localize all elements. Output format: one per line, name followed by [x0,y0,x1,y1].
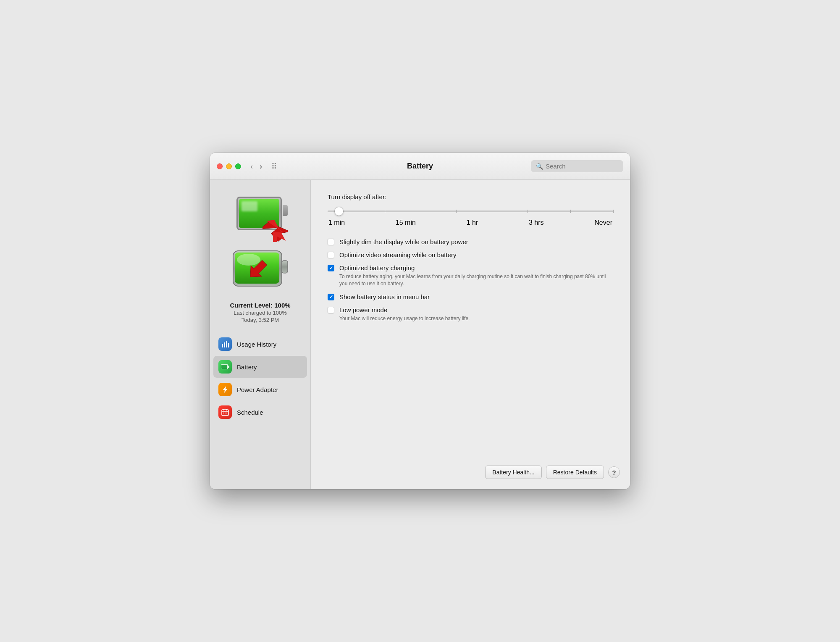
schedule-label: Schedule [237,409,263,416]
sidebar-item-power-adapter[interactable]: Power Adapter [213,379,307,400]
tick-label-never: Never [594,219,612,226]
current-level-text: Current Level: 100% [230,302,290,309]
slider-label: Turn display off after: [328,193,613,200]
sidebar-item-usage-history[interactable]: Usage History [213,333,307,355]
optimize-video-text: Optimize video streaming while on batter… [339,251,613,258]
option-show-status: Show battery status in menu bar [328,293,613,300]
svg-rect-5 [282,260,288,273]
tick-2 [456,210,457,213]
traffic-lights [217,163,241,169]
slider-thumb[interactable] [335,207,343,216]
battery-health-button[interactable]: Battery Health... [485,466,541,479]
slider-ticks: 1 min 15 min 1 hr 3 hrs Never [328,219,613,226]
maximize-button[interactable] [235,163,241,169]
sidebar: Current Level: 100% Last charged to 100%… [210,180,311,489]
options-section: Slightly dim the display while on batter… [328,238,613,322]
power-adapter-label: Power Adapter [237,386,278,393]
battery-svg [231,248,290,294]
svg-rect-10 [224,342,225,347]
tick-1 [385,210,385,213]
low-power-text: Low power mode Your Mac will reduce ener… [339,306,613,322]
tick-marks [328,210,613,212]
schedule-icon [218,405,232,419]
display-off-slider-section: Turn display off after: [328,193,613,226]
svg-rect-9 [222,344,223,347]
svg-rect-21 [223,413,224,413]
svg-point-7 [237,254,260,266]
sidebar-item-battery[interactable]: Battery [213,356,307,378]
nav-buttons: ‹ › [248,161,265,172]
grid-button[interactable]: ⠿ [268,160,280,173]
usage-history-label: Usage History [237,341,276,348]
optimize-video-label: Optimize video streaming while on batter… [339,251,613,258]
slider-rail [328,210,613,212]
last-charged-text: Last charged to 100% [234,310,286,316]
search-input[interactable] [546,163,618,170]
low-power-checkbox[interactable] [328,307,334,313]
tick-4 [570,210,571,213]
show-status-text: Show battery status in menu bar [339,293,613,300]
battery-shine [242,201,257,211]
svg-rect-15 [228,366,229,368]
dim-display-text: Slightly dim the display while on batter… [339,238,613,245]
svg-rect-23 [226,413,227,413]
svg-marker-16 [223,386,227,393]
system-preferences-window: ‹ › ⠿ Battery 🔍 [210,153,630,489]
svg-rect-14 [221,365,227,369]
battery-status-panel: Current Level: 100% Last charged to 100%… [210,188,310,333]
titlebar: ‹ › ⠿ Battery 🔍 [210,153,630,180]
svg-rect-22 [225,413,226,413]
option-optimize-video: Optimize video streaming while on batter… [328,251,613,258]
option-dim-display: Slightly dim the display while on batter… [328,238,613,245]
optimized-charging-checkbox[interactable] [328,265,334,271]
battery-icon-container [233,192,288,243]
sidebar-nav: Usage History Battery [210,333,310,423]
bottom-buttons: Battery Health... Restore Defaults ? [485,466,620,479]
tick-5 [613,210,614,213]
main-content: Turn display off after: [311,180,630,489]
battery-visual [231,248,290,296]
content-area: Current Level: 100% Last charged to 100%… [210,180,630,489]
dim-display-label: Slightly dim the display while on batter… [339,238,613,245]
tick-3 [528,210,528,213]
tick-label-15min: 15 min [396,219,416,226]
tick-label-1hr: 1 hr [467,219,478,226]
tick-label-1min: 1 min [328,219,345,226]
show-status-label: Show battery status in menu bar [339,293,613,300]
option-optimized-charging: Optimized battery charging To reduce bat… [328,264,613,287]
low-power-description: Your Mac will reduce energy usage to inc… [339,315,613,322]
svg-rect-12 [228,343,229,347]
battery-terminal [283,205,288,216]
charge-time-text: Today, 3:52 PM [242,317,279,323]
optimized-charging-label: Optimized battery charging [339,264,613,271]
search-box[interactable]: 🔍 [531,160,623,172]
search-icon: 🔍 [536,163,543,170]
battery-nav-icon [218,360,232,374]
slider-track[interactable] [328,207,613,216]
show-status-checkbox[interactable] [328,294,334,300]
restore-defaults-button[interactable]: Restore Defaults [546,466,604,479]
svg-rect-19 [226,409,227,410]
optimized-charging-text: Optimized battery charging To reduce bat… [339,264,613,287]
sidebar-item-schedule[interactable]: Schedule [213,401,307,423]
forward-button[interactable]: › [257,161,265,172]
back-button[interactable]: ‹ [248,161,255,172]
minimize-button[interactable] [226,163,232,169]
optimized-charging-description: To reduce battery aging, your Mac learns… [339,273,613,287]
help-button[interactable]: ? [608,466,620,478]
low-power-label: Low power mode [339,306,613,313]
tick-label-3hrs: 3 hrs [529,219,544,226]
close-button[interactable] [217,163,223,169]
usage-history-icon [218,337,232,351]
dim-display-checkbox[interactable] [328,239,334,245]
svg-rect-18 [223,409,224,410]
battery-nav-label: Battery [237,363,257,371]
power-adapter-icon [218,383,232,396]
svg-rect-11 [226,341,227,347]
option-low-power: Low power mode Your Mac will reduce ener… [328,306,613,322]
window-title: Battery [407,162,433,171]
optimize-video-checkbox[interactable] [328,252,334,258]
arrow-icon [262,216,292,245]
